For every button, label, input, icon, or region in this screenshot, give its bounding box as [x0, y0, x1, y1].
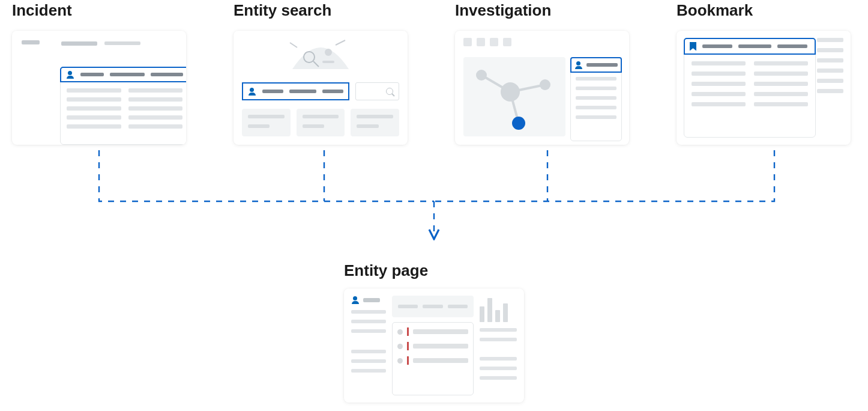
alert-row[interactable]: [397, 342, 468, 350]
suggestion-card[interactable]: [351, 109, 399, 136]
entity-search-card: [234, 31, 408, 145]
incident-details-grid: [61, 88, 186, 129]
bar-chart-icon: [480, 296, 517, 322]
investigation-side-panel: [570, 57, 622, 141]
entity-search-result[interactable]: [242, 82, 349, 100]
alert-severity-icon: [407, 327, 409, 336]
person-icon: [248, 87, 256, 96]
entity-page-card: [344, 288, 524, 403]
source-bookmark: Bookmark: [677, 1, 856, 145]
person-icon: [351, 296, 360, 304]
suggestion-card[interactable]: [242, 109, 291, 136]
alert-row[interactable]: [397, 356, 468, 365]
alert-severity-icon: [407, 342, 409, 350]
suggestion-card[interactable]: [297, 109, 345, 136]
selected-node-icon: [512, 117, 525, 130]
search-illustration-icon: [286, 34, 355, 74]
source-entity-search: Entity search: [234, 1, 413, 145]
svg-line-5: [290, 43, 297, 47]
search-input[interactable]: [355, 82, 399, 100]
svg-point-2: [325, 49, 332, 56]
source-entity-search-label: Entity search: [234, 1, 413, 20]
entity-page-insights: [480, 296, 517, 395]
sources-row: Incident: [0, 0, 868, 145]
target-entity-page: Entity page: [344, 261, 524, 403]
svg-rect-3: [322, 61, 334, 63]
source-incident-label: Incident: [12, 1, 191, 20]
source-incident: Incident: [12, 1, 191, 145]
source-bookmark-label: Bookmark: [677, 1, 856, 20]
entity-page-header-bar: [392, 296, 474, 317]
entity-page-main: [392, 296, 474, 395]
source-investigation-label: Investigation: [455, 1, 634, 20]
bookmark-entity-row[interactable]: [684, 38, 816, 55]
svg-point-10: [540, 79, 550, 90]
alert-severity-icon: [407, 356, 409, 365]
incident-inner-panel: [60, 67, 186, 145]
entity-search-bar-row: [242, 82, 399, 100]
target-entity-page-label: Entity page: [344, 261, 524, 280]
svg-point-11: [501, 82, 520, 102]
incident-card: [12, 31, 186, 145]
person-icon: [574, 61, 583, 69]
bookmark-card: [677, 31, 851, 145]
investigation-graph[interactable]: [463, 57, 565, 136]
source-investigation: Investigation: [455, 1, 634, 145]
bookmark-main-panel: [684, 38, 816, 138]
entity-page-sidebar: [351, 296, 386, 395]
incident-header: [61, 38, 175, 62]
svg-line-4: [336, 40, 345, 45]
bookmark-icon: [690, 42, 696, 51]
investigation-entity-row[interactable]: [570, 57, 622, 73]
incident-sidebar: [18, 38, 54, 74]
investigation-card: [455, 31, 629, 145]
investigation-window-controls: [455, 31, 629, 46]
person-icon: [66, 70, 74, 79]
bookmark-side-list: [817, 38, 843, 93]
incident-entity-row[interactable]: [60, 67, 186, 82]
alert-row[interactable]: [397, 327, 468, 336]
entity-search-suggestions: [242, 109, 399, 136]
svg-point-9: [476, 70, 487, 81]
entity-page-alert-list: [392, 322, 474, 395]
